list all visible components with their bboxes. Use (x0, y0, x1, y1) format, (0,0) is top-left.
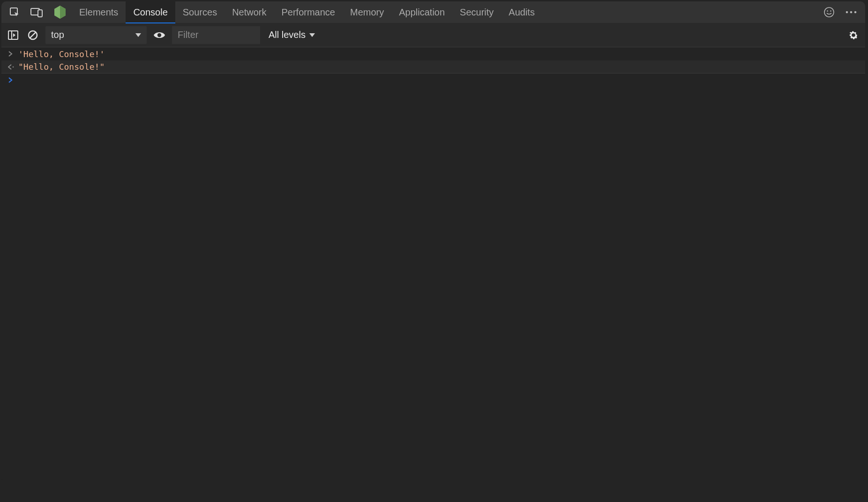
svg-point-5 (824, 7, 834, 17)
svg-point-8 (846, 11, 848, 14)
ban-icon (28, 30, 38, 40)
clear-console-button[interactable] (26, 28, 40, 42)
tab-application[interactable]: Application (391, 1, 452, 23)
tab-security[interactable]: Security (452, 1, 501, 23)
toggle-sidebar-button[interactable] (6, 28, 20, 42)
tab-label: Network (232, 7, 266, 18)
tab-label: Sources (183, 7, 217, 18)
inspect-element-button[interactable] (1, 1, 25, 23)
svg-point-17 (13, 66, 14, 67)
dots-horizontal-icon (846, 11, 857, 14)
tab-label: Console (133, 7, 167, 18)
console-toolbar: top All levels (1, 23, 865, 47)
svg-line-15 (30, 32, 36, 38)
devtools-panel: ElementsConsoleSourcesNetworkPerformance… (1, 1, 865, 482)
smiley-icon (824, 7, 834, 17)
sidebar-toggle-icon (8, 30, 18, 40)
svg-point-6 (827, 10, 828, 12)
row-gutter (8, 77, 18, 83)
gear-icon (848, 30, 859, 41)
svg-point-10 (854, 11, 857, 14)
svg-point-9 (850, 11, 853, 14)
tab-network[interactable]: Network (224, 1, 274, 23)
tab-elements[interactable]: Elements (72, 1, 126, 23)
nodejs-icon (54, 5, 66, 19)
tab-label: Elements (79, 7, 118, 18)
chevron-right-icon (8, 77, 13, 83)
console-body: 'Hello, Console!'"Hello, Console!" (1, 47, 865, 87)
svg-point-16 (157, 33, 161, 37)
row-gutter (8, 64, 18, 70)
chevron-right-icon (8, 51, 13, 57)
return-left-icon (8, 64, 15, 70)
console-output-row: "Hello, Console!" (1, 60, 865, 74)
tab-audits[interactable]: Audits (501, 1, 542, 23)
feedback-button[interactable] (822, 5, 836, 19)
row-code: "Hello, Console!" (18, 62, 105, 72)
more-menu-button[interactable] (844, 5, 859, 19)
inspect-icon (9, 7, 20, 18)
tab-label: Performance (282, 7, 336, 18)
tab-sources[interactable]: Sources (175, 1, 224, 23)
tab-label: Audits (509, 7, 535, 18)
svg-point-7 (830, 10, 831, 12)
svg-marker-4 (60, 6, 66, 19)
tab-label: Application (399, 7, 445, 18)
tab-memory[interactable]: Memory (343, 1, 391, 23)
svg-rect-2 (38, 10, 42, 17)
log-level-value: All levels (269, 30, 306, 40)
devtools-tabstrip: ElementsConsoleSourcesNetworkPerformance… (1, 1, 865, 23)
filter-input[interactable] (172, 26, 260, 44)
row-gutter (8, 51, 18, 57)
tab-performance[interactable]: Performance (274, 1, 343, 23)
toggle-device-toolbar-button[interactable] (25, 1, 48, 23)
row-code: 'Hello, Console!' (18, 49, 105, 59)
device-icon (30, 7, 43, 17)
tab-console[interactable]: Console (126, 1, 175, 23)
console-settings-button[interactable] (846, 28, 861, 42)
console-input-row: 'Hello, Console!' (1, 47, 865, 60)
context-select-value: top (51, 30, 64, 40)
tabstrip-right (822, 5, 865, 19)
execution-context-select[interactable]: top (45, 26, 147, 44)
devtools-tabs: ElementsConsoleSourcesNetworkPerformance… (72, 1, 542, 23)
nodejs-debug-button[interactable] (48, 1, 72, 23)
tab-label: Memory (350, 7, 384, 18)
svg-marker-13 (13, 33, 15, 37)
log-level-select[interactable]: All levels (266, 30, 318, 40)
eye-icon (153, 31, 165, 39)
tab-label: Security (460, 7, 494, 18)
chevron-down-icon (135, 33, 141, 37)
tabstrip-left: ElementsConsoleSourcesNetworkPerformance… (1, 1, 542, 23)
console-prompt-row[interactable] (1, 74, 865, 87)
chevron-down-icon (309, 33, 315, 37)
live-expression-button[interactable] (152, 28, 166, 42)
